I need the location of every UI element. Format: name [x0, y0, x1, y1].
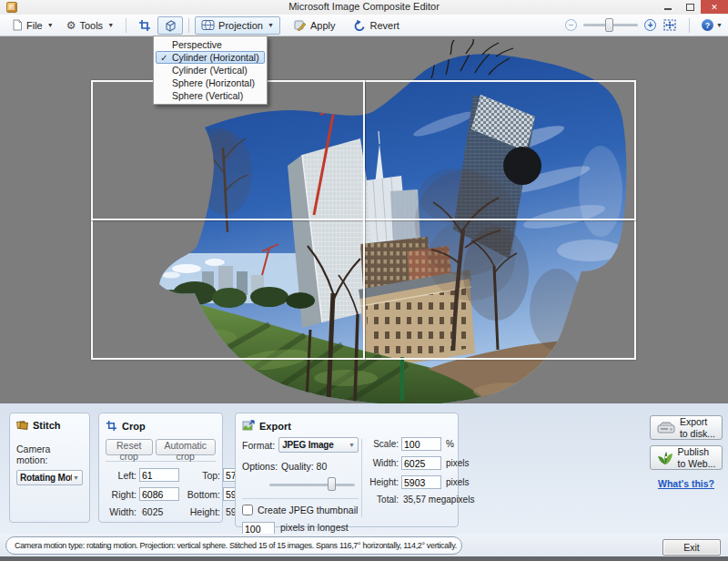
close-icon: ✕	[711, 3, 718, 12]
apply-button[interactable]: Apply	[288, 16, 342, 35]
check-icon: ✓	[157, 53, 172, 63]
export-panel-divider	[361, 439, 362, 517]
quality-slider[interactable]	[269, 479, 355, 490]
statusbar: Camera motion type: rotating motion. Pro…	[0, 534, 728, 561]
chevron-down-icon: ▼	[47, 22, 54, 28]
menu-item-sphere-vertical[interactable]: Sphere (Vertical)	[156, 89, 265, 102]
menu-item-perspective[interactable]: Perspective	[156, 38, 265, 51]
crop-left-label: Left:	[106, 470, 136, 481]
reset-crop-button[interactable]: Reset crop	[106, 439, 153, 455]
status-message: Camera motion type: rotating motion. Pro…	[5, 536, 462, 555]
menu-item-label: Cylinder (Horizontal)	[172, 52, 259, 63]
crop-width-label: Width:	[106, 506, 136, 517]
revert-button[interactable]: Revert	[347, 16, 405, 35]
help-button[interactable]: ? ▼	[702, 19, 723, 31]
bottom-panel-bar: Stitch Camera motion: Rotating Motion ▼ …	[0, 403, 728, 534]
export-width-label: Width:	[364, 458, 399, 468]
toolbar-separator	[188, 18, 189, 33]
plus-icon: +	[648, 21, 653, 30]
crop-right-input[interactable]	[139, 487, 179, 501]
window-controls: ✕	[657, 0, 728, 14]
gear-icon: ⚙	[66, 20, 76, 31]
whats-this-link[interactable]: What's this?	[658, 478, 714, 489]
apply-icon	[294, 19, 307, 31]
toolbar: File ▼ ⚙ Tools ▼ Projection ▼ Apply Reve…	[0, 15, 728, 36]
editor-canvas[interactable]	[0, 36, 728, 403]
quality-slider-thumb[interactable]	[328, 477, 336, 491]
export-to-disk-button[interactable]: Export to disk...	[650, 415, 723, 440]
create-thumbnail-label: Create JPEG thumbnail	[258, 505, 358, 515]
publish-web-label-line2: to Web...	[678, 458, 716, 469]
minimize-button[interactable]	[657, 0, 679, 14]
crop-center-vline[interactable]	[363, 80, 365, 360]
plant-icon	[657, 451, 673, 465]
zoom-in-button[interactable]: +	[644, 19, 656, 31]
export-width-input[interactable]	[401, 456, 441, 470]
restore-button[interactable]	[679, 0, 701, 14]
close-button[interactable]: ✕	[701, 0, 728, 14]
crop-width-value: 6025	[139, 506, 179, 517]
export-height-input[interactable]	[401, 475, 441, 489]
zoom-out-button[interactable]: −	[565, 19, 577, 31]
camera-motion-select[interactable]: Rotating Motion ▼	[16, 470, 83, 485]
toolbar-separator	[126, 18, 126, 33]
export-disk-label-line1: Export	[680, 416, 715, 427]
restore-icon	[686, 4, 694, 11]
crop-icon	[138, 19, 151, 32]
window-bottom-edge	[0, 556, 728, 561]
menu-item-label: Cylinder (Vertical)	[172, 65, 248, 76]
publish-web-label-line1: Publish	[678, 446, 716, 457]
export-height-unit: pixels	[444, 477, 474, 487]
export-panel-title: Export	[259, 421, 291, 432]
crop-top-label: Top:	[182, 470, 220, 481]
projection-menu: Perspective ✓ Cylinder (Horizontal) Cyli…	[153, 36, 268, 105]
window-title: Microsoft Image Composite Editor	[0, 1, 728, 12]
file-icon	[12, 19, 23, 31]
menu-item-label: Perspective	[172, 39, 222, 50]
quality-slider-track	[269, 484, 355, 486]
export-panel: Export Format: JPEG Image ▼ Options: Qua…	[235, 413, 459, 527]
total-value: 35,57 megapixels	[401, 495, 474, 505]
crop-height-label: Height:	[182, 506, 220, 517]
crop-bottom-label: Bottom:	[182, 489, 220, 500]
menu-item-sphere-horizontal[interactable]: Sphere (Horizontal)	[156, 76, 265, 89]
export-width-unit: pixels	[444, 458, 474, 468]
tools-button[interactable]: ⚙ Tools ▼	[60, 16, 120, 35]
app-window: Microsoft Image Composite Editor ✕ File …	[0, 0, 728, 561]
publish-to-web-button[interactable]: Publish to Web...	[650, 445, 723, 470]
menu-item-cylinder-horizontal[interactable]: ✓ Cylinder (Horizontal)	[156, 51, 265, 64]
exit-button[interactable]: Exit	[662, 539, 721, 556]
create-thumbnail-checkbox[interactable]	[242, 505, 253, 515]
help-icon: ?	[702, 19, 713, 31]
chevron-down-icon: ▼	[349, 442, 355, 448]
options-label: Options:	[242, 461, 278, 472]
tools-label: Tools	[79, 20, 103, 31]
export-disk-label-line2: to disk...	[680, 428, 715, 439]
chevron-down-icon: ▼	[107, 22, 114, 28]
format-value: JPEG Image	[282, 440, 348, 450]
thumbnail-hint-line1: pixels in longest	[280, 522, 349, 534]
scale-input[interactable]	[401, 437, 441, 451]
projection-label: Projection	[218, 20, 263, 31]
zoom-slider-thumb[interactable]	[605, 18, 613, 32]
menu-item-cylinder-vertical[interactable]: Cylinder (Vertical)	[156, 64, 265, 76]
crop-left-input[interactable]	[139, 468, 179, 482]
crop-icon	[106, 420, 117, 432]
crop-panel: Crop Reset crop Automatic crop Left: Top…	[98, 413, 223, 523]
scale-label: Scale:	[364, 439, 399, 449]
automatic-crop-button[interactable]: Automatic crop	[156, 439, 216, 455]
chevron-down-icon: ▼	[268, 22, 274, 28]
projection-icon	[201, 19, 215, 31]
zoom-slider[interactable]	[583, 24, 638, 26]
fit-to-window-icon[interactable]	[662, 18, 677, 32]
format-select[interactable]: JPEG Image ▼	[278, 437, 359, 453]
view-3d-toggle-button[interactable]	[157, 16, 183, 35]
file-button[interactable]: File ▼	[5, 16, 60, 35]
camera-motion-value: Rotating Motion	[20, 473, 72, 483]
projection-button[interactable]: Projection ▼	[195, 16, 280, 35]
crop-tool-button[interactable]	[132, 16, 157, 35]
minus-icon: −	[569, 21, 574, 30]
chevron-down-icon: ▼	[73, 474, 79, 481]
export-icon	[242, 420, 255, 432]
minimize-icon	[664, 8, 672, 10]
